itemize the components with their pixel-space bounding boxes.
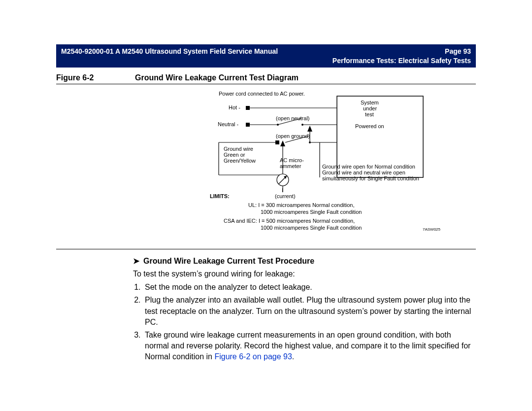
- lbl-open-ground: (open ground): [276, 134, 310, 139]
- lbl-sys2: under: [363, 106, 377, 112]
- lbl-note2: Ground wire and neutral wire open: [322, 170, 405, 176]
- figure-link[interactable]: Figure 6-2 on page 93: [214, 352, 292, 361]
- step-2: Plug the analyzer into an available wall…: [143, 295, 476, 327]
- procedure-title-text: Ground Wire Leakage Current Test Procedu…: [143, 257, 314, 265]
- svg-rect-3: [246, 123, 250, 127]
- svg-rect-1: [246, 106, 250, 110]
- procedure-intro: To test the system’s ground wiring for l…: [133, 269, 476, 279]
- svg-point-6: [277, 124, 279, 126]
- procedure-heading: ➤Ground Wire Leakage Current Test Proced…: [133, 256, 476, 266]
- page-number: Page 93: [445, 47, 471, 56]
- lbl-current: (current): [275, 194, 296, 200]
- lbl-ammeter: ammeter: [280, 164, 301, 170]
- figure-label: Figure 6-2: [56, 73, 135, 82]
- header-bar: M2540-92000-01 A M2540 Ultrasound System…: [56, 44, 476, 68]
- svg-marker-21: [307, 126, 312, 132]
- doc-id: M2540-92000-01 A M2540 Ultrasound System…: [61, 47, 278, 56]
- limits-ul2: 1000 microamperes Single Fault condition: [261, 209, 362, 215]
- limits-ul1: UL: I = 300 microamperes Normal conditio…: [248, 203, 355, 208]
- step-1: Set the mode on the analyzer to detect l…: [143, 282, 476, 293]
- lbl-sys3: test: [365, 112, 374, 118]
- lbl-ground-wire: Ground wire: [224, 146, 253, 152]
- svg-point-7: [301, 124, 303, 126]
- header-subtitle: Performance Tests: Electrical Safety Tes…: [61, 56, 471, 66]
- limits-csa1: CSA and IEC: I = 500 microamperes Normal…: [224, 218, 355, 224]
- lbl-hot: Hot -: [229, 105, 240, 111]
- lbl-powered: Powered on: [355, 124, 384, 130]
- ref-code: 7ASW025: [423, 227, 440, 232]
- procedure-steps: Set the mode on the analyzer to detect l…: [143, 282, 476, 362]
- chevron-icon: ➤: [133, 257, 139, 265]
- lbl-green: Green or: [224, 152, 245, 158]
- rule-bottom: [56, 249, 476, 249]
- svg-marker-17: [280, 140, 285, 146]
- rule-top: [56, 84, 476, 84]
- step-3-period: .: [292, 352, 294, 361]
- lbl-note1: Ground wire open for Normal condition: [322, 164, 415, 170]
- limits-label: LIMITS:: [210, 194, 230, 200]
- lbl-power-cord: Power cord connected to AC power.: [219, 91, 305, 97]
- step-3: Take ground wire leakage current measure…: [143, 330, 476, 362]
- lbl-note3: simultaneously for Single Fault conditio…: [322, 176, 419, 182]
- svg-rect-9: [275, 140, 279, 144]
- circuit-diagram: Power cord connected to AC power. Hot - …: [155, 91, 470, 249]
- limits-csa2: 1000 microamperes Single Fault condition: [261, 225, 362, 231]
- lbl-open-neutral: (open neutral): [276, 116, 310, 122]
- step-3-text: Take ground wire leakage current measure…: [145, 331, 470, 361]
- lbl-ac-micro: AC micro-: [280, 158, 304, 164]
- lbl-neutral: Neutral -: [218, 122, 238, 128]
- figure-caption-row: Figure 6-2 Ground Wire Leakage Current T…: [56, 73, 476, 82]
- lbl-green-yellow: Green/Yellow: [224, 158, 256, 164]
- lbl-i: I: [282, 188, 283, 194]
- figure-title: Ground Wire Leakage Current Test Diagram: [135, 73, 299, 82]
- lbl-sys1: System: [361, 100, 379, 106]
